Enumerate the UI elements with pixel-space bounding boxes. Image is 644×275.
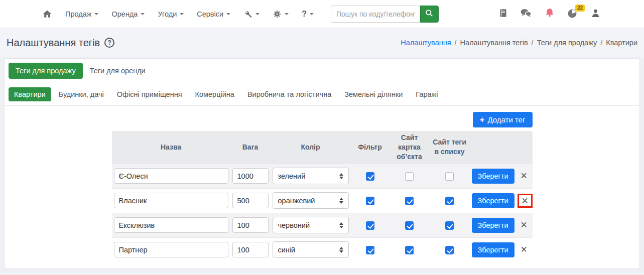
chevron-down-icon [310, 13, 314, 15]
tag-weight-input[interactable] [232, 193, 269, 208]
highlight-annotation: ✕ [518, 194, 533, 208]
subtab-budynky-dachi[interactable]: Будинки, дачі [53, 87, 109, 101]
header-site-list: Сайт теги в списку [430, 131, 470, 164]
selected-color-label: синій [278, 246, 296, 254]
breadcrumb: Налаштування / Налаштування тегів / Теги… [401, 39, 637, 47]
search-group [331, 6, 439, 23]
nav-uhody[interactable]: Угоди [158, 10, 184, 18]
breadcrumb-separator: / [600, 39, 602, 47]
tab-sale-tags[interactable]: Теги для продажу [9, 63, 83, 79]
filter-checkbox[interactable] [366, 221, 374, 230]
delete-tag-icon[interactable]: ✕ [520, 172, 527, 180]
page-help-icon[interactable]: ? [104, 38, 114, 48]
subtab-komertsiina[interactable]: Комерційна [190, 87, 240, 101]
header-site-card: Сайт картка об’єкта [390, 131, 430, 164]
select-stepper-icon [339, 222, 343, 228]
filter-checkbox[interactable] [366, 172, 374, 181]
profile-button[interactable] [590, 8, 601, 20]
nav-prodazh-label: Продаж [65, 10, 91, 18]
breadcrumb-item-nalashtuvannia[interactable]: Налаштування [401, 39, 451, 47]
topbar: Продаж Оренда Угоди Сервіси [0, 0, 644, 28]
bell-icon [544, 8, 555, 20]
site-card-checkbox[interactable] [405, 221, 414, 230]
site-card-checkbox[interactable] [405, 197, 414, 205]
gear-icon [273, 10, 282, 19]
header-weight: Вага [230, 131, 271, 164]
select-stepper-icon [339, 198, 343, 204]
chevron-down-icon [94, 13, 98, 15]
tag-name-input[interactable] [114, 168, 228, 184]
nav-servisy-label: Сервіси [197, 10, 223, 18]
home-icon [42, 9, 52, 19]
save-button[interactable]: Зберегти [472, 242, 514, 257]
filter-checkbox[interactable] [366, 197, 374, 205]
subtabs-row: Квартири Будинки, дачі Офісні приміщення… [5, 83, 639, 106]
tag-weight-input[interactable] [232, 242, 269, 257]
table-header-row: Назва Вага Колір Фільтр Сайт картка об’є… [112, 131, 533, 164]
delete-tag-icon[interactable]: ✕ [522, 197, 529, 205]
delete-tag-icon[interactable]: ✕ [520, 245, 527, 254]
plus-icon: + [480, 115, 485, 124]
tag-color-select[interactable]: оранжевий [273, 192, 349, 209]
help-menu[interactable]: ? [302, 10, 314, 19]
chevron-down-icon [141, 13, 145, 15]
nav-uhody-label: Угоди [158, 10, 177, 18]
nav-prodazh[interactable]: Продаж [65, 10, 98, 18]
main-card: Теги для продажу Теги для оренди Квартир… [4, 58, 640, 269]
tasks-count-badge: 22 [575, 5, 585, 12]
tag-color-select[interactable]: червоний [273, 217, 349, 233]
nav-servisy[interactable]: Сервіси [197, 10, 230, 18]
selected-color-label: зелений [278, 172, 306, 180]
breadcrumb-separator: / [455, 39, 457, 47]
save-button[interactable]: Зберегти [472, 193, 514, 208]
settings-menu[interactable] [273, 10, 289, 19]
tag-weight-input[interactable] [232, 168, 269, 184]
site-list-checkbox[interactable] [445, 172, 454, 181]
tags-table: Назва Вага Колір Фільтр Сайт картка об’є… [112, 131, 533, 262]
delete-tag-icon[interactable]: ✕ [520, 221, 527, 229]
breadcrumb-item-tag-settings: Налаштування тегів [460, 39, 528, 47]
select-stepper-icon [339, 173, 343, 179]
tag-weight-input[interactable] [232, 217, 269, 233]
subtab-zemelni[interactable]: Земельні ділянки [339, 87, 408, 101]
site-card-checkbox[interactable] [405, 246, 414, 254]
add-tag-label: Додати тег [487, 115, 525, 124]
table-row: червоний Зберегти ✕ [112, 213, 533, 237]
question-mark-icon: ? [302, 10, 307, 19]
page-header: Налаштування тегів ? Налаштування / Нала… [0, 28, 644, 57]
site-list-checkbox[interactable] [445, 221, 454, 230]
subtab-ofisni[interactable]: Офісні приміщення [111, 87, 188, 101]
tag-color-select[interactable]: синій [273, 241, 349, 258]
selected-color-label: червоний [278, 221, 310, 229]
site-card-checkbox[interactable] [405, 172, 414, 181]
page-title: Налаштування тегів [7, 37, 100, 49]
tag-color-select[interactable]: зелений [273, 168, 349, 184]
notifications-button[interactable] [544, 8, 555, 20]
nav-orenda-label: Оренда [111, 10, 138, 18]
wrench-icon [243, 10, 252, 19]
subtab-kvartyry[interactable]: Квартири [9, 87, 51, 101]
subtab-harazhi[interactable]: Гаражі [410, 87, 443, 101]
filter-checkbox[interactable] [366, 246, 374, 254]
tag-name-input[interactable] [114, 217, 228, 233]
subtab-vyrobnycha[interactable]: Виробнича та логістична [242, 87, 337, 101]
journal-button[interactable] [498, 8, 508, 20]
tab-rent-tags[interactable]: Теги для оренди [83, 63, 153, 79]
site-list-checkbox[interactable] [445, 246, 454, 254]
selected-color-label: оранжевий [278, 197, 315, 205]
site-list-checkbox[interactable] [445, 197, 454, 205]
search-input[interactable] [331, 6, 420, 23]
add-tag-button[interactable]: + Додати тег [473, 112, 533, 127]
home-button[interactable] [42, 9, 52, 19]
nav-orenda[interactable]: Оренда [111, 10, 145, 18]
tag-name-input[interactable] [114, 193, 228, 208]
tools-menu[interactable] [243, 10, 260, 19]
tasks-button[interactable]: 22 [567, 7, 579, 21]
search-button[interactable] [420, 6, 439, 23]
save-button[interactable]: Зберегти [472, 169, 514, 184]
messages-button[interactable] [520, 8, 533, 20]
chevron-down-icon [285, 13, 289, 15]
save-button[interactable]: Зберегти [472, 218, 514, 233]
table-row: оранжевий Зберегти ✕ [112, 188, 533, 213]
tag-name-input[interactable] [114, 242, 228, 257]
